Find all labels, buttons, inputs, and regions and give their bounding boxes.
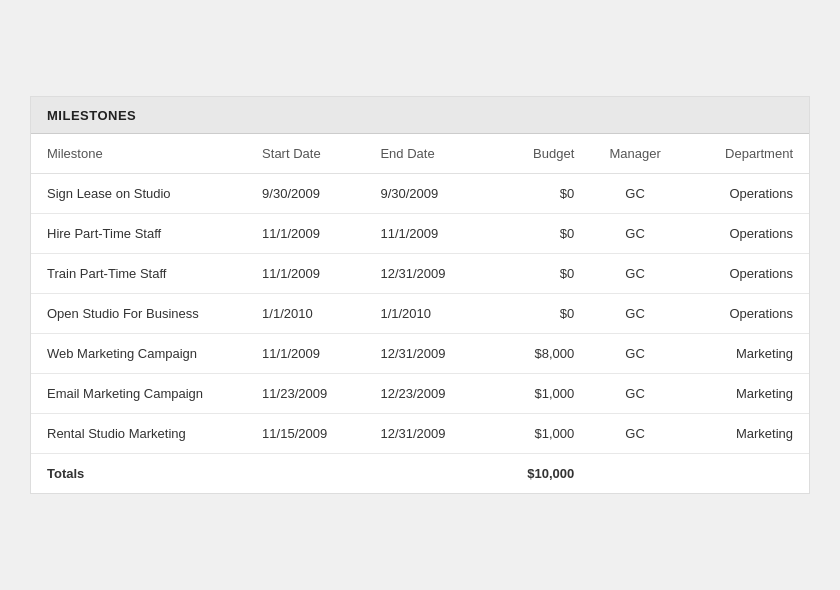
cell-milestone: Rental Studio Marketing — [31, 414, 246, 454]
cell-manager: GC — [590, 374, 680, 414]
cell-enddate: 12/31/2009 — [364, 414, 482, 454]
cell-department: Operations — [680, 294, 809, 334]
cell-milestone: Email Marketing Campaign — [31, 374, 246, 414]
cell-budget: $0 — [483, 214, 591, 254]
totals-row: Totals$10,000 — [31, 454, 809, 494]
col-header-enddate: End Date — [364, 134, 482, 174]
table-row: Open Studio For Business1/1/20101/1/2010… — [31, 294, 809, 334]
cell-manager: GC — [590, 214, 680, 254]
cell-enddate: 12/31/2009 — [364, 334, 482, 374]
cell-budget: $0 — [483, 254, 591, 294]
cell-budget: $1,000 — [483, 414, 591, 454]
col-header-milestone: Milestone — [31, 134, 246, 174]
cell-enddate: 1/1/2010 — [364, 294, 482, 334]
milestones-table: MILESTONES Milestone Start Date End Date… — [30, 96, 810, 494]
table-row: Rental Studio Marketing11/15/200912/31/2… — [31, 414, 809, 454]
cell-budget: $1,000 — [483, 374, 591, 414]
cell-department: Operations — [680, 254, 809, 294]
cell-enddate: 12/31/2009 — [364, 254, 482, 294]
cell-department: Marketing — [680, 374, 809, 414]
cell-startdate: 11/1/2009 — [246, 254, 364, 294]
table-title: MILESTONES — [47, 108, 136, 123]
table-row: Hire Part-Time Staff11/1/200911/1/2009$0… — [31, 214, 809, 254]
cell-milestone: Sign Lease on Studio — [31, 174, 246, 214]
cell-milestone: Open Studio For Business — [31, 294, 246, 334]
cell-department: Operations — [680, 174, 809, 214]
cell-enddate: 9/30/2009 — [364, 174, 482, 214]
cell-startdate: 11/23/2009 — [246, 374, 364, 414]
table-row: Train Part-Time Staff11/1/200912/31/2009… — [31, 254, 809, 294]
cell-milestone: Hire Part-Time Staff — [31, 214, 246, 254]
cell-enddate: 12/23/2009 — [364, 374, 482, 414]
table-header-row: Milestone Start Date End Date Budget Man… — [31, 134, 809, 174]
cell-manager: GC — [590, 334, 680, 374]
cell-startdate: 11/1/2009 — [246, 334, 364, 374]
cell-manager: GC — [590, 414, 680, 454]
col-header-budget: Budget — [483, 134, 591, 174]
col-header-startdate: Start Date — [246, 134, 364, 174]
totals-dept-empty — [680, 454, 809, 494]
cell-startdate: 9/30/2009 — [246, 174, 364, 214]
cell-manager: GC — [590, 254, 680, 294]
cell-department: Marketing — [680, 414, 809, 454]
cell-startdate: 1/1/2010 — [246, 294, 364, 334]
cell-startdate: 11/1/2009 — [246, 214, 364, 254]
table-row: Sign Lease on Studio9/30/20099/30/2009$0… — [31, 174, 809, 214]
col-header-manager: Manager — [590, 134, 680, 174]
cell-milestone: Web Marketing Campaign — [31, 334, 246, 374]
totals-start-empty — [246, 454, 364, 494]
table-row: Web Marketing Campaign11/1/200912/31/200… — [31, 334, 809, 374]
table-header: MILESTONES — [31, 97, 809, 134]
cell-department: Marketing — [680, 334, 809, 374]
table-row: Email Marketing Campaign11/23/200912/23/… — [31, 374, 809, 414]
cell-enddate: 11/1/2009 — [364, 214, 482, 254]
cell-budget: $8,000 — [483, 334, 591, 374]
cell-budget: $0 — [483, 174, 591, 214]
cell-startdate: 11/15/2009 — [246, 414, 364, 454]
totals-manager-empty — [590, 454, 680, 494]
totals-end-empty — [364, 454, 482, 494]
cell-budget: $0 — [483, 294, 591, 334]
totals-budget: $10,000 — [483, 454, 591, 494]
cell-milestone: Train Part-Time Staff — [31, 254, 246, 294]
cell-manager: GC — [590, 294, 680, 334]
cell-department: Operations — [680, 214, 809, 254]
col-header-department: Department — [680, 134, 809, 174]
totals-label: Totals — [31, 454, 246, 494]
cell-manager: GC — [590, 174, 680, 214]
